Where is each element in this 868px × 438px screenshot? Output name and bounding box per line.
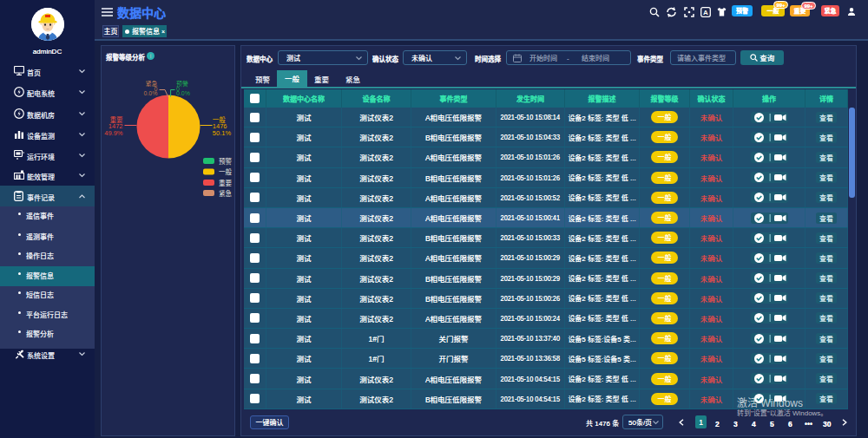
svg-text:一般: 一般 bbox=[219, 167, 232, 176]
svg-text:预警: 预警 bbox=[219, 156, 232, 166]
svg-text:0.0%: 0.0% bbox=[144, 88, 158, 97]
svg-text:重要: 重要 bbox=[219, 178, 232, 187]
svg-text:A: A bbox=[703, 9, 708, 16]
svg-text:50.1%: 50.1% bbox=[213, 127, 232, 137]
svg-text:49.9%: 49.9% bbox=[104, 127, 123, 137]
svg-text:紧急: 紧急 bbox=[219, 188, 232, 198]
svg-text:0.0%: 0.0% bbox=[176, 88, 190, 97]
